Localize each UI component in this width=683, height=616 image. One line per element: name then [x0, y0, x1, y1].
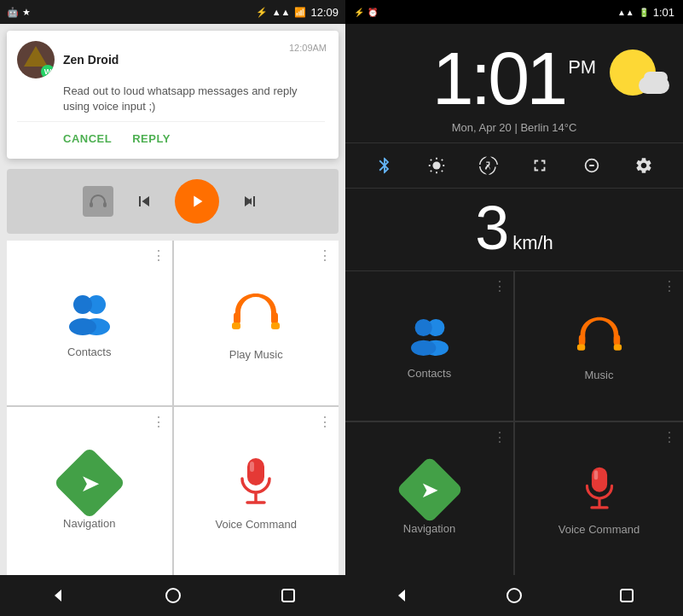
home-button-left[interactable] — [152, 575, 194, 616]
music-label-left: Play Music — [229, 348, 283, 361]
notif-title-area: Zen Droid — [63, 53, 325, 67]
status-bar-right: ⚡ ⏰ ▲▲ 🔋 1:01 — [345, 0, 683, 24]
svg-rect-0 — [90, 202, 93, 207]
voice-label-right: Voice Command — [559, 523, 640, 536]
pyramid-icon — [24, 46, 48, 67]
music-cell-left[interactable]: ⋮ Play Music — [174, 241, 339, 405]
status-icons-right: ⚡ ⏰ — [354, 8, 378, 17]
back-button-right[interactable] — [380, 575, 423, 616]
nav-more-left[interactable]: ⋮ — [152, 414, 165, 430]
notif-app-name: Zen Droid — [63, 53, 325, 67]
voice-more-left[interactable]: ⋮ — [318, 414, 332, 430]
svg-point-21 — [411, 340, 436, 356]
brightness-toggle[interactable] — [421, 150, 452, 181]
recent-button-right[interactable] — [605, 575, 648, 616]
left-panel: 🤖 ★ ⚡ ▲▲ 📶 12:09 W Zen Droid — [0, 0, 345, 616]
quick-toggles — [345, 142, 683, 189]
donotdisturb-toggle[interactable] — [576, 150, 607, 181]
bluetooth-icon-left: ⚡ ▲▲ 📶 12:09 — [256, 6, 339, 19]
next-button[interactable] — [236, 188, 263, 215]
svg-point-15 — [166, 589, 180, 602]
speed-display: 3 km/h — [345, 189, 683, 271]
voice-icon-left — [237, 456, 275, 509]
right-app-grid: ⋮ Contacts ⋮ Music — [345, 271, 683, 575]
notification-card: W Zen Droid 12:09AM Read out to loud wha… — [7, 31, 339, 159]
battery-icon-right: 🔋 — [639, 8, 649, 17]
alarm-icon: ⏰ — [368, 8, 378, 17]
left-app-grid: ⋮ Contacts ⋮ — [7, 241, 339, 575]
cloud-top-icon — [644, 72, 668, 84]
cancel-button[interactable]: CANCEL — [63, 125, 112, 152]
speed-unit: km/h — [512, 232, 553, 254]
svg-rect-16 — [282, 590, 294, 601]
date-location: Mon, Apr 20 | Berlin 14°C — [452, 121, 577, 134]
play-button[interactable] — [175, 179, 219, 224]
contacts-label-left: Contacts — [67, 346, 111, 358]
prev-button[interactable] — [130, 188, 158, 215]
settings-toggle[interactable] — [628, 150, 659, 181]
svg-rect-32 — [621, 590, 633, 601]
navigation-icon-right: ➤ — [396, 456, 463, 523]
notif-actions: CANCEL REPLY — [17, 121, 325, 155]
star-icon: ★ — [22, 7, 31, 18]
reply-button[interactable]: REPLY — [132, 125, 171, 152]
svg-point-5 — [69, 318, 96, 335]
svg-rect-24 — [576, 344, 584, 350]
clock-display: 1:01 — [432, 41, 564, 116]
navigation-cell-right[interactable]: ⋮ ➤ Navigation — [345, 422, 513, 575]
svg-rect-6 — [234, 312, 240, 324]
svg-rect-26 — [591, 468, 606, 492]
notif-header: W Zen Droid 12:09AM — [17, 41, 325, 78]
recent-button-left[interactable] — [267, 575, 310, 616]
voice-icon-right — [582, 465, 616, 514]
svg-rect-25 — [613, 344, 621, 350]
notif-time: 12:09AM — [289, 43, 327, 53]
contacts-more-left[interactable]: ⋮ — [152, 247, 165, 264]
voice-cell-right[interactable]: ⋮ Voice Command — [515, 422, 683, 575]
voice-more-right[interactable]: ⋮ — [663, 429, 676, 445]
svg-rect-7 — [271, 312, 278, 324]
svg-rect-1 — [103, 202, 107, 207]
music-icon-right — [572, 314, 627, 360]
home-button-right[interactable] — [493, 575, 535, 616]
fullscreen-toggle[interactable] — [524, 150, 555, 181]
contacts-cell-right[interactable]: ⋮ Contacts — [345, 271, 513, 421]
media-player — [7, 169, 339, 234]
navigation-label-right: Navigation — [403, 522, 455, 535]
contacts-more-right[interactable]: ⋮ — [493, 278, 506, 294]
voice-cell-left[interactable]: ⋮ Voice Command — [174, 407, 339, 575]
music-more-right[interactable]: ⋮ — [663, 278, 676, 294]
svg-point-4 — [73, 295, 92, 314]
music-more-left[interactable]: ⋮ — [318, 247, 332, 264]
status-icons-left: 🤖 ★ — [7, 7, 31, 18]
weather-widget — [610, 49, 669, 97]
back-button-left[interactable] — [37, 575, 79, 616]
svg-rect-8 — [232, 323, 240, 329]
bluetooth-icon-right: ⚡ — [354, 8, 364, 17]
music-cell-right[interactable]: ⋮ Music — [515, 271, 683, 421]
notif-avatar: W — [17, 41, 55, 78]
time-left: 12:09 — [310, 6, 339, 19]
rotation-toggle[interactable] — [473, 150, 504, 181]
contacts-label-right: Contacts — [408, 367, 451, 380]
svg-marker-30 — [398, 590, 405, 601]
svg-point-31 — [507, 589, 521, 602]
svg-rect-10 — [247, 458, 264, 485]
navigation-cell-left[interactable]: ⋮ ➤ Navigation — [7, 407, 172, 575]
contacts-cell-left[interactable]: ⋮ Contacts — [7, 241, 172, 405]
clock-ampm: PM — [568, 56, 596, 78]
svg-rect-9 — [271, 323, 280, 329]
svg-rect-13 — [250, 462, 254, 472]
svg-rect-23 — [613, 334, 619, 346]
android-icon: 🤖 — [7, 7, 19, 18]
svg-rect-29 — [593, 470, 598, 479]
main-container: 🤖 ★ ⚡ ▲▲ 📶 12:09 W Zen Droid — [0, 0, 683, 616]
navigation-icon-left: ➤ — [53, 447, 125, 520]
bluetooth-toggle[interactable] — [369, 150, 400, 181]
whatsapp-badge: W — [41, 65, 55, 78]
svg-point-20 — [414, 319, 431, 336]
nav-more-right[interactable]: ⋮ — [493, 429, 506, 445]
voice-label-left: Voice Command — [216, 518, 297, 531]
navigation-label-left: Navigation — [63, 517, 115, 530]
signal-icon-right: ▲▲ — [617, 8, 634, 17]
